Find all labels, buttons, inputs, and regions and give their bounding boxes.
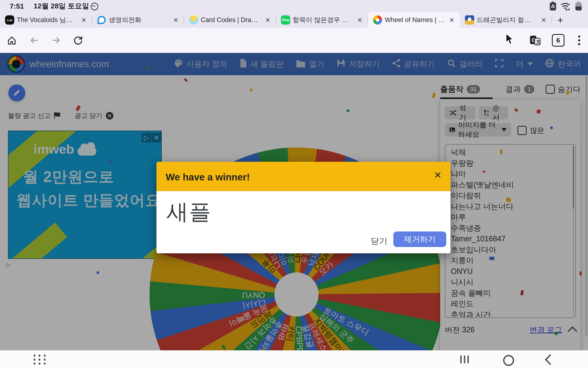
recents-button[interactable]: [460, 355, 469, 363]
tab-close-icon[interactable]: ✕: [172, 16, 180, 25]
translate-icon[interactable]: G文: [527, 33, 543, 48]
tab-title: Wheel of Names | 랜덤 O: [385, 16, 445, 24]
tab-close-icon[interactable]: ✕: [263, 16, 272, 25]
dv-tab-icon: [465, 15, 474, 25]
wifi-icon: [560, 2, 571, 11]
home-nav-button[interactable]: [503, 355, 514, 366]
status-icons: [549, 2, 582, 11]
home-button[interactable]: [4, 33, 19, 48]
date: 12월 28일 토요일: [34, 1, 89, 11]
back-nav-button[interactable]: [545, 354, 556, 365]
do-not-disturb-icon: [91, 3, 98, 10]
tab-switcher-button[interactable]: 6: [551, 33, 566, 48]
back-button[interactable]: [27, 33, 42, 48]
cai-tab-icon: c.ai: [5, 15, 14, 25]
dragon-tab-icon: [189, 15, 198, 25]
apps-grid-button[interactable]: [34, 355, 47, 364]
dialog-close-button[interactable]: 닫기: [371, 235, 388, 247]
forward-button[interactable]: [49, 33, 64, 48]
phone-tab-icon: [97, 15, 106, 25]
tab-title: 생명의전화: [109, 16, 169, 24]
tab-strip: c.aiThe Vocaloids 님과 채팅✕생명의전화✕Card Codes…: [0, 12, 588, 28]
tab-title: The Vocaloids 님과 채팅: [17, 16, 77, 24]
screen: 7:51 12월 28일 토요일 c.aiThe Vocaloids 님과 채팅…: [0, 0, 588, 368]
tab-count: 6: [552, 34, 564, 47]
clock: 7:51: [10, 2, 24, 10]
browser-toolbar: wheelofnames.com/ko/ G文 6: [0, 28, 588, 53]
system-navbar: [0, 350, 588, 368]
tab-title: 드래곤빌리지 컬렉션: [477, 16, 537, 24]
dialog-header: We have a winner! ✕: [156, 162, 451, 191]
browser-tab-3[interactable]: blog항목이 많은경우 돌림판 사✕: [276, 12, 368, 28]
blog-tab-icon: blog: [281, 15, 290, 25]
winner-dialog: We have a winner! ✕ 새플 닫기 제거하기: [156, 162, 451, 253]
tab-close-icon[interactable]: ✕: [540, 16, 548, 25]
svg-text:文: 文: [536, 39, 541, 45]
tab-close-icon[interactable]: ✕: [355, 16, 364, 25]
battery-saver-icon: [549, 2, 557, 11]
tab-close-icon[interactable]: ✕: [80, 16, 88, 25]
browser-tab-2[interactable]: Card Codes | Dragon Vil✕: [184, 12, 276, 28]
dialog-title: We have a winner!: [166, 171, 250, 183]
menu-kebab-icon[interactable]: [572, 33, 587, 48]
dialog-remove-button[interactable]: 제거하기: [393, 231, 446, 247]
web-content: wheelofnames.com 사용자 정의새 돌림판열기저장하기공유하기갤러…: [0, 53, 588, 350]
wheel-tab-icon: [373, 15, 382, 25]
browser-tab-0[interactable]: c.aiThe Vocaloids 님과 채팅✕: [0, 12, 92, 28]
tab-close-icon[interactable]: ✕: [448, 16, 456, 25]
browser-tab-1[interactable]: 생명의전화✕: [92, 12, 184, 28]
battery-icon: [575, 2, 582, 11]
dialog-close-icon[interactable]: ✕: [434, 170, 442, 180]
browser-tab-5[interactable]: 드래곤빌리지 컬렉션✕: [460, 12, 552, 28]
mouse-cursor: [505, 33, 514, 46]
status-bar: 7:51 12월 28일 토요일: [0, 0, 588, 12]
reload-button[interactable]: [71, 33, 86, 48]
tab-title: 항목이 많은경우 돌림판 사: [293, 16, 353, 24]
new-tab-button[interactable]: +: [552, 12, 569, 28]
winner-name: 새플: [167, 197, 211, 227]
tab-title: Card Codes | Dragon Vil: [201, 16, 261, 24]
browser-tab-4[interactable]: Wheel of Names | 랜덤 O✕: [368, 12, 460, 28]
